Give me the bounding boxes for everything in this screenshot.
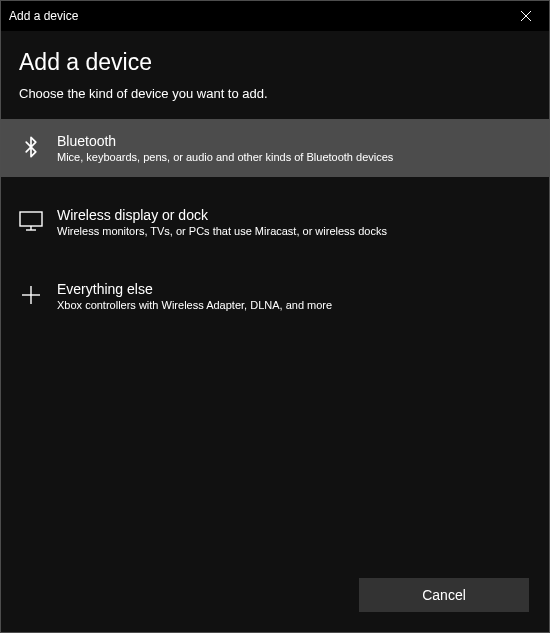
- option-wireless-display[interactable]: Wireless display or dock Wireless monito…: [1, 193, 549, 251]
- add-device-window: Add a device Add a device Choose the kin…: [0, 0, 550, 633]
- option-text: Wireless display or dock Wireless monito…: [57, 207, 387, 237]
- option-desc: Xbox controllers with Wireless Adapter, …: [57, 299, 332, 311]
- option-bluetooth[interactable]: Bluetooth Mice, keyboards, pens, or audi…: [1, 119, 549, 177]
- bluetooth-icon: [19, 135, 43, 159]
- dialog-subheading: Choose the kind of device you want to ad…: [1, 82, 549, 119]
- dialog-heading: Add a device: [1, 31, 549, 82]
- option-text: Bluetooth Mice, keyboards, pens, or audi…: [57, 133, 393, 163]
- option-title: Wireless display or dock: [57, 207, 387, 223]
- option-desc: Mice, keyboards, pens, or audio and othe…: [57, 151, 393, 163]
- cancel-button[interactable]: Cancel: [359, 578, 529, 612]
- option-text: Everything else Xbox controllers with Wi…: [57, 281, 332, 311]
- dialog-footer: Cancel: [1, 562, 549, 632]
- option-title: Everything else: [57, 281, 332, 297]
- dialog-content: Add a device Choose the kind of device y…: [1, 31, 549, 632]
- close-icon: [521, 7, 531, 25]
- close-button[interactable]: [503, 1, 549, 31]
- display-icon: [19, 209, 43, 233]
- option-title: Bluetooth: [57, 133, 393, 149]
- option-desc: Wireless monitors, TVs, or PCs that use …: [57, 225, 387, 237]
- plus-icon: [19, 283, 43, 307]
- svg-rect-2: [20, 212, 42, 226]
- option-everything-else[interactable]: Everything else Xbox controllers with Wi…: [1, 267, 549, 325]
- window-title: Add a device: [9, 9, 503, 23]
- device-options: Bluetooth Mice, keyboards, pens, or audi…: [1, 119, 549, 562]
- titlebar: Add a device: [1, 1, 549, 31]
